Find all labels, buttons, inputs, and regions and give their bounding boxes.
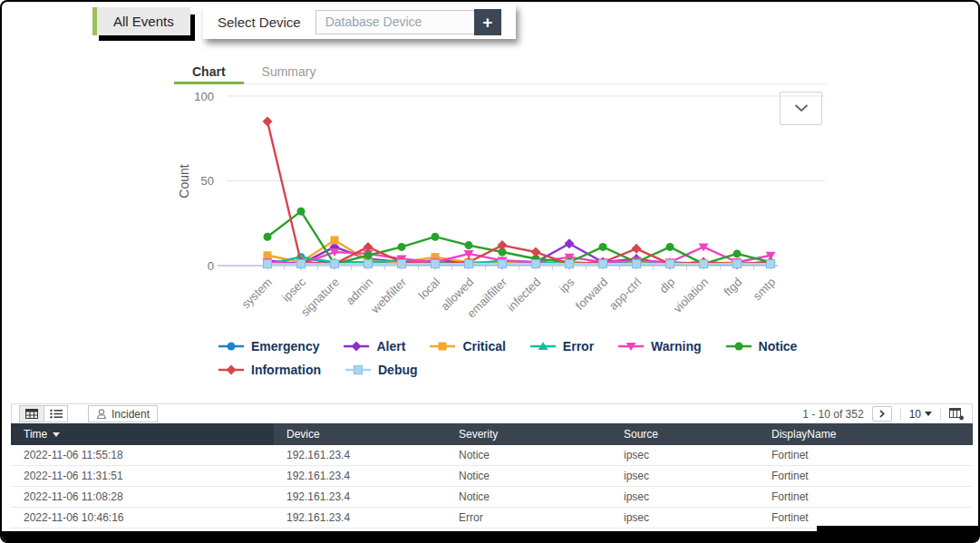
svg-text:50: 50 [201, 174, 214, 188]
pagination: 1 - 10 of 352 10 [802, 406, 965, 422]
cell-time: 2022-11-06 11:31:51 [11, 466, 274, 486]
svg-text:local: local [416, 275, 443, 302]
page-size-dropdown[interactable]: 10 [909, 408, 932, 421]
app-window: All Events Select Device + Chart Summary… [0, 0, 980, 543]
list-view-icon [50, 409, 63, 419]
legend-label: Debug [378, 363, 418, 377]
svg-text:dlp: dlp [656, 276, 677, 296]
svg-text:100: 100 [194, 90, 214, 103]
select-device-panel: Select Device + [203, 5, 516, 39]
sort-direction-icon [53, 432, 60, 437]
column-settings-icon[interactable] [949, 408, 965, 421]
legend-marker-icon [529, 341, 557, 352]
cell-severity: Error [446, 508, 611, 528]
toolbar-separator [900, 408, 901, 421]
incident-button-label: Incident [112, 408, 150, 421]
svg-text:ipsec: ipsec [279, 275, 308, 304]
svg-text:webfilter: webfilter [368, 275, 410, 316]
legend-label: Critical [462, 339, 505, 354]
table-row[interactable]: 2022-11-06 11:31:51192.161.23.4Noticeips… [11, 466, 973, 487]
cell-display-name: Fortinet [759, 445, 973, 465]
svg-text:app-ctrl: app-ctrl [606, 275, 644, 312]
legend-marker-icon [344, 364, 372, 375]
cell-severity: Notice [446, 466, 611, 486]
legend-label: Information [251, 363, 321, 377]
add-device-button[interactable]: + [474, 9, 501, 35]
legend-label: Notice [759, 339, 798, 354]
cell-display-name: Fortinet [759, 508, 973, 528]
legend-marker-icon [343, 341, 370, 352]
cell-display-name: Fortinet [759, 466, 973, 486]
svg-text:system: system [238, 276, 275, 312]
legend-marker-icon [218, 341, 245, 352]
svg-text:Count: Count [177, 164, 191, 198]
cell-time: 2022-11-06 11:08:28 [11, 487, 274, 507]
table-view-button[interactable] [20, 406, 44, 422]
legend-item-emergency[interactable]: Emergency [218, 339, 319, 354]
column-header-label: Device [286, 428, 320, 441]
column-header-label: DisplayName [771, 428, 836, 441]
cell-time: 2022-11-06 11:55:18 [11, 445, 274, 465]
events-line-chart: 050100Countsystemipsecsignatureadminwebf… [138, 85, 827, 332]
tab-chart[interactable]: Chart [174, 58, 244, 83]
svg-text:violation: violation [671, 276, 711, 315]
cell-source: ipsec [611, 445, 759, 465]
legend-marker-icon [218, 364, 245, 375]
svg-text:ips: ips [557, 275, 577, 296]
cell-source: ipsec [611, 466, 759, 486]
legend-item-warning[interactable]: Warning [617, 339, 701, 354]
incident-stamp-icon [96, 409, 107, 420]
next-page-button[interactable] [872, 406, 892, 422]
legend-marker-icon [617, 341, 645, 352]
page-size-value: 10 [909, 408, 921, 421]
column-header-device[interactable]: Device [274, 423, 446, 445]
legend-item-information[interactable]: Information [218, 363, 321, 377]
table-body: 2022-11-06 11:55:18192.161.23.4Noticeips… [11, 445, 973, 528]
cell-device: 192.161.23.4 [274, 487, 446, 507]
table-row[interactable]: 2022-11-06 11:08:28192.161.23.4Noticeips… [11, 487, 973, 508]
svg-text:admin: admin [343, 276, 375, 308]
events-table-panel: Incident 1 - 10 of 352 10 [11, 403, 973, 528]
legend-item-error[interactable]: Error [529, 339, 594, 354]
device-input[interactable] [315, 10, 475, 34]
tab-all-events-label: All Events [113, 14, 174, 29]
svg-text:forward: forward [573, 276, 610, 313]
cell-device: 192.161.23.4 [274, 445, 446, 465]
legend-item-debug[interactable]: Debug [344, 363, 418, 377]
legend-label: Error [563, 339, 594, 354]
legend-item-critical[interactable]: Critical [429, 339, 505, 354]
toolbar-separator [940, 408, 941, 421]
pagination-range: 1 - 10 of 352 [802, 408, 863, 421]
svg-text:0: 0 [208, 259, 214, 273]
table-view-icon [25, 409, 38, 419]
column-header-source[interactable]: Source [611, 423, 759, 445]
column-header-time[interactable]: Time [11, 423, 274, 445]
list-view-button[interactable] [44, 406, 67, 422]
cell-source: ipsec [611, 487, 759, 507]
svg-text:ftgd: ftgd [721, 276, 744, 299]
column-header-label: Time [24, 428, 47, 441]
column-header-label: Severity [459, 428, 498, 441]
column-header-label: Source [624, 428, 658, 441]
cell-time: 2022-11-06 10:46:16 [11, 508, 274, 528]
legend-label: Emergency [251, 339, 319, 354]
svg-text:infected: infected [504, 276, 543, 315]
legend-marker-icon [429, 341, 456, 352]
column-header-severity[interactable]: Severity [446, 423, 611, 445]
incident-button[interactable]: Incident [88, 405, 158, 422]
legend-item-alert[interactable]: Alert [343, 339, 405, 354]
cell-severity: Notice [446, 445, 611, 465]
legend-item-notice[interactable]: Notice [725, 339, 798, 354]
svg-text:smtp: smtp [751, 276, 779, 304]
cell-device: 192.161.23.4 [274, 466, 446, 486]
view-toggle-group [19, 405, 68, 422]
table-row[interactable]: 2022-11-06 11:55:18192.161.23.4Noticeips… [11, 445, 973, 466]
column-header-displayname[interactable]: DisplayName [759, 423, 973, 445]
table-header-row: TimeDeviceSeveritySourceDisplayName [11, 423, 973, 445]
tab-all-events[interactable]: All Events [92, 7, 190, 35]
cell-device: 192.161.23.4 [274, 508, 446, 528]
page-size-caret-icon [925, 412, 932, 416]
tab-summary[interactable]: Summary [244, 58, 335, 83]
legend-label: Warning [651, 339, 701, 354]
next-page-icon [879, 410, 885, 418]
